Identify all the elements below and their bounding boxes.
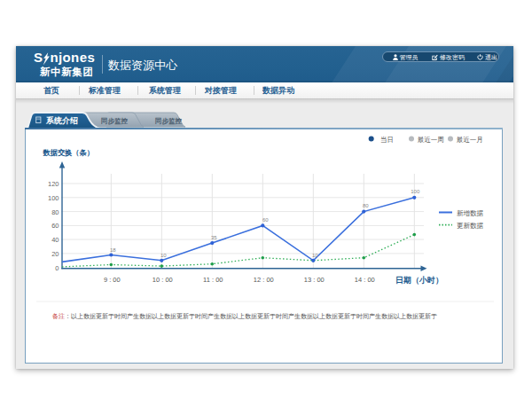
svg-text:18: 18 <box>110 247 116 253</box>
svg-text:40: 40 <box>51 236 59 244</box>
svg-text:当日: 当日 <box>380 136 394 144</box>
svg-text:80: 80 <box>363 203 369 208</box>
svg-text:35: 35 <box>211 235 217 240</box>
svg-text:系统介绍: 系统介绍 <box>45 116 78 125</box>
svg-text:100: 100 <box>411 189 420 194</box>
svg-text:120: 120 <box>48 180 59 188</box>
svg-text:20: 20 <box>51 250 59 258</box>
svg-text:同步监控: 同步监控 <box>155 117 183 125</box>
svg-text:0: 0 <box>55 264 59 272</box>
svg-text:80: 80 <box>51 208 59 216</box>
svg-text:日期（小时）: 日期（小时） <box>395 276 443 285</box>
svg-text:备注：以上数据更新于时间产生数据以上数据更新于时间产生数据以: 备注：以上数据更新于时间产生数据以上数据更新于时间产生数据以上数据更新于时间产生… <box>52 312 437 320</box>
svg-text:最近一月: 最近一月 <box>457 136 483 144</box>
svg-text:13 : 00: 13 : 00 <box>304 276 325 284</box>
svg-text:数据交换（条）: 数据交换（条） <box>43 148 94 157</box>
svg-text:60: 60 <box>262 217 269 223</box>
svg-text:14 : 00: 14 : 00 <box>355 276 375 284</box>
svg-text:10 : 00: 10 : 00 <box>153 276 173 284</box>
svg-text:10: 10 <box>312 253 318 258</box>
svg-text:11 : 00: 11 : 00 <box>203 276 223 284</box>
svg-text:同步监控: 同步监控 <box>101 117 129 125</box>
svg-text:新增数据: 新增数据 <box>457 209 484 217</box>
svg-text:10: 10 <box>160 253 167 258</box>
svg-text:最近一周: 最近一周 <box>418 136 444 144</box>
svg-text:12 : 00: 12 : 00 <box>254 276 274 284</box>
svg-text:100: 100 <box>48 194 59 202</box>
svg-text:9 : 00: 9 : 00 <box>104 276 121 284</box>
svg-text:更新数据: 更新数据 <box>457 222 484 230</box>
svg-text:60: 60 <box>51 222 59 230</box>
